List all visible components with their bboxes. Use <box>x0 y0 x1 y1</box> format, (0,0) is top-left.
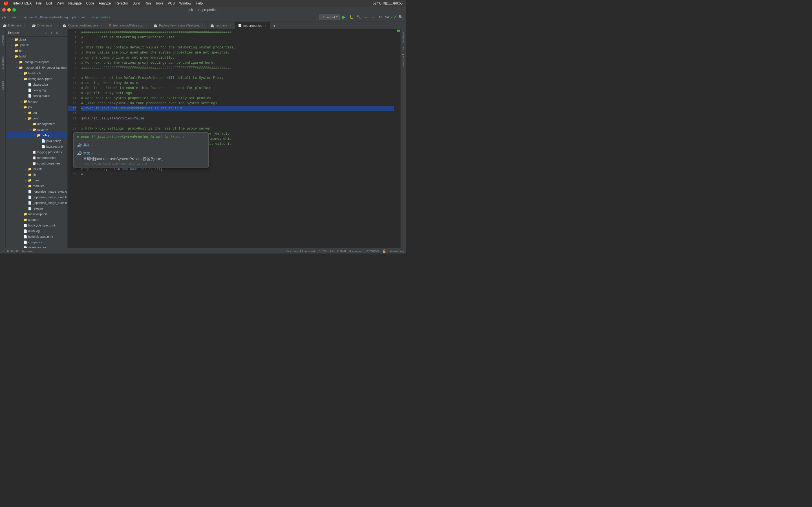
breadcrumb-macosx[interactable]: macosx-x86_64-server-fastdebug <box>22 15 68 19</box>
minimize-panel-button[interactable]: − <box>61 31 65 35</box>
tree-item-buildjdk-spec-gmk[interactable]: 📄buildjdk-spec.gmk <box>6 234 67 239</box>
menu-intellij[interactable]: IntelliJ IDEA <box>11 0 34 7</box>
status-todo[interactable]: 6: TODO <box>7 249 19 253</box>
status-git-check[interactable]: ✓ <box>2 249 5 253</box>
breadcrumb-build[interactable]: build <box>11 15 17 19</box>
lock-icon[interactable]: 🔒 <box>382 249 386 253</box>
tabs-overflow-button[interactable]: ▾ <box>271 23 277 29</box>
popup-star-icon[interactable]: ☆ <box>182 135 184 139</box>
right-tab-ant[interactable]: Ant <box>402 45 405 52</box>
tree-item-build[interactable]: ▾📂build <box>6 54 67 59</box>
tab-date-java[interactable]: ☕ Date.java × <box>0 22 29 29</box>
speaker-icon[interactable]: 🔊 <box>77 143 82 147</box>
target-lang-dropdown[interactable]: ▾ <box>91 152 93 155</box>
tree-item-modules[interactable]: ▸📁modules <box>6 183 67 189</box>
menu-vcs[interactable]: VCS <box>165 0 177 7</box>
tab-connection-event[interactable]: ☕ ConnectionEvent.java × <box>60 22 106 29</box>
menu-help[interactable]: Help <box>193 0 205 7</box>
event-log-button[interactable]: Event Log <box>390 249 404 253</box>
menu-analyze[interactable]: Analyze <box>96 0 113 7</box>
tree-item-bootcycle-spec-gmk[interactable]: 📄bootcycle-spec.gmk <box>6 223 67 228</box>
tree-item-jdk[interactable]: ▾📂jdk <box>6 104 67 110</box>
tree-item-configure-log[interactable]: 📄configure.log <box>6 245 67 248</box>
minimize-button[interactable] <box>7 8 11 11</box>
tree-item-conf[interactable]: ▾📂conf <box>6 115 67 121</box>
tree-item--idea[interactable]: ▸📁.idea <box>6 37 67 42</box>
tab-factory-new[interactable]: ☕ FactoryNewInstanceTest.java × <box>151 22 207 29</box>
tab-close-date[interactable]: × <box>22 24 26 27</box>
vtool-project[interactable]: 1: Project <box>0 29 5 52</box>
tree-item-security[interactable]: ▾📂security <box>6 127 67 132</box>
status-git-branch[interactable]: ⎇ master <box>365 249 379 253</box>
menu-navigate[interactable]: Navigate <box>66 0 84 7</box>
status-line-ending[interactable]: LF <box>330 249 334 253</box>
breadcrumb-file[interactable]: net.properties <box>91 15 110 19</box>
menu-window[interactable]: Window <box>177 0 194 7</box>
project-settings-button[interactable]: ⚙ <box>55 31 59 35</box>
tree-item-configure-support[interactable]: ▸📁configure-support <box>6 76 67 82</box>
toolbar-forward[interactable]: → <box>370 14 376 20</box>
tree-item-classes-jsa[interactable]: 📄classes.jsa <box>6 82 67 87</box>
menu-build[interactable]: Build <box>130 0 142 7</box>
tab-net-properties[interactable]: 📄 net.properties × <box>235 22 270 29</box>
debug-button[interactable]: 🐛 <box>348 14 354 20</box>
tree-item-config-log[interactable]: 📄config.log <box>6 87 67 93</box>
tree-item-config-status[interactable]: 📄config.status <box>6 93 67 99</box>
vtool-commit[interactable]: Commit <box>0 74 5 97</box>
menu-run[interactable]: Run <box>142 0 153 7</box>
tree-item-logging-properties[interactable]: 📋logging.properties <box>6 149 67 155</box>
tree-item-release[interactable]: 📄release <box>6 206 67 211</box>
tree-item-bin[interactable]: ▸📁bin <box>6 48 67 54</box>
tree-item-lib[interactable]: ▸📁lib <box>6 172 67 177</box>
tab-driver-java[interactable]: ☕ Driver.java × <box>29 22 60 29</box>
tab-test-java[interactable]: ☕ test.java × <box>207 22 235 29</box>
tree-item-macosx-x86-64-server-fastdebug[interactable]: ▾📂macosx-x86_64-server-fastdebug <box>6 65 67 70</box>
tree-item-include[interactable]: ▸📁include <box>6 166 67 172</box>
tree-item-bin[interactable]: ▸📁bin <box>6 110 67 115</box>
run-button[interactable]: ▶ <box>341 14 347 20</box>
toolbar-back[interactable]: ← <box>363 14 369 20</box>
right-tab-database[interactable]: Database <box>402 31 405 45</box>
tree-item-sound-properties[interactable]: 📋sound.properties <box>6 161 67 166</box>
tree-item-java-security[interactable]: 📄java.security <box>6 144 67 149</box>
search-everywhere-button[interactable]: 🔍 <box>398 14 404 20</box>
tab-test-symbol[interactable]: ⚙ test_symbolTable.cpp × <box>106 22 151 29</box>
tree-item-buildtools[interactable]: ▸📁buildtools <box>6 70 67 76</box>
vtool-structure[interactable]: 2: Structure <box>0 52 5 74</box>
breadcrumb-jdk2[interactable]: jdk <box>72 15 76 19</box>
menu-edit[interactable]: Edit <box>44 0 54 7</box>
tab-close-tj[interactable]: × <box>229 24 232 27</box>
maximize-button[interactable] <box>12 8 16 11</box>
breadcrumb-jdk[interactable]: jdk <box>2 15 6 19</box>
menu-code[interactable]: Code <box>84 0 97 7</box>
locate-file-button[interactable]: ◎ <box>44 31 48 35</box>
tree-item-management[interactable]: ▸📁management <box>6 121 67 127</box>
tab-close-driver[interactable]: × <box>53 24 57 27</box>
tree-item--optimize-image-exec-cmdline[interactable]: 📄_optimize_image_exec.cmdline <box>6 189 67 194</box>
tree-item-hotspot[interactable]: ▸📁hotspot <box>6 99 67 104</box>
tree-item--optimize-image-exec-marker[interactable]: 📄_optimize_image_exec.marker <box>6 200 67 206</box>
tree-item-build-log[interactable]: 📄build.log <box>6 228 67 234</box>
tree-item-man[interactable]: ▸📁man <box>6 177 67 183</box>
tree-item--configure-support[interactable]: ▸📁.configure-support <box>6 59 67 65</box>
menu-refactor[interactable]: Refactor <box>113 0 130 7</box>
tree-item-make-support[interactable]: ▸📁make-support <box>6 211 67 217</box>
collapse-all-button[interactable]: ≡ <box>49 31 54 35</box>
tree-item-compare-sh[interactable]: 📄compare.sh <box>6 239 67 245</box>
tree-item-support[interactable]: ▸📁support <box>6 217 67 223</box>
toolbar-refresh[interactable]: ↺ <box>377 14 384 20</box>
breadcrumb-conf[interactable]: conf <box>81 15 87 19</box>
run-config-dropdown[interactable]: Unnamed ▾ <box>319 14 340 20</box>
status-indent[interactable]: 4 spaces <box>349 249 362 253</box>
tree-item--optimize-image-exec-log[interactable]: 📄_optimize_image_exec.log <box>6 194 67 200</box>
tab-close-np[interactable]: × <box>264 24 267 27</box>
tree-item-policy[interactable]: ▾📂policy <box>6 132 67 138</box>
tab-close-fn[interactable]: × <box>201 24 204 27</box>
tab-close-ts[interactable]: × <box>144 24 148 27</box>
tree-item-java-policy[interactable]: 📄java.policy <box>6 138 67 144</box>
status-terminal[interactable]: Terminal <box>22 249 34 253</box>
tree-item-net-properties[interactable]: 📋net.properties <box>6 155 67 161</box>
menu-tools[interactable]: Tools <box>153 0 165 7</box>
speaker2-icon[interactable]: 🔊 <box>77 151 82 156</box>
status-position[interactable]: 16:25 <box>319 249 327 253</box>
